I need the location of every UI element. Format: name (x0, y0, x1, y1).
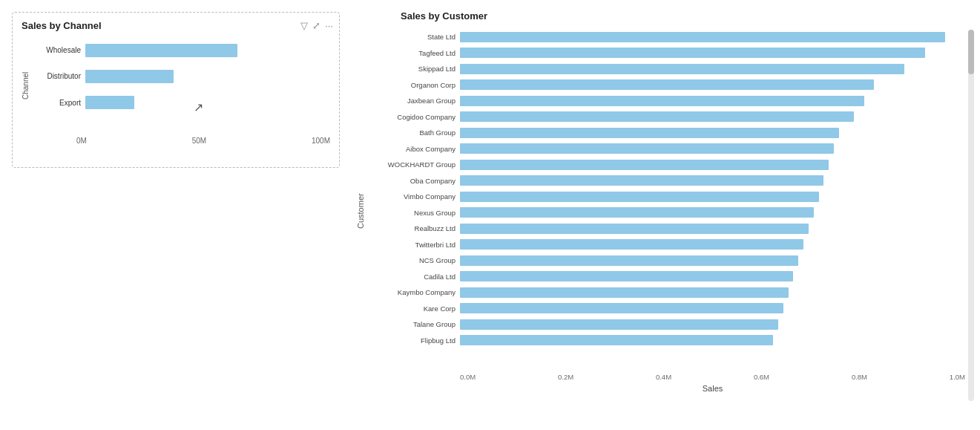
right-bar-fill (460, 64, 904, 74)
right-bar-container (460, 207, 965, 218)
more-icon[interactable]: ··· (325, 20, 333, 31)
right-bars-section: State LtdTagfeed LtdSkippad LtdOrganon C… (371, 29, 965, 393)
right-bar-container (460, 255, 965, 266)
left-bar-row: Wholesale (35, 41, 330, 60)
right-bar-container (460, 79, 965, 90)
right-bar-container (460, 335, 965, 345)
left-bar-container (85, 70, 330, 83)
right-bar-fill (460, 96, 864, 106)
left-x-tick: 50M (192, 137, 206, 145)
left-bar-fill (85, 70, 174, 83)
filter-icon[interactable]: ▽ (300, 20, 308, 31)
right-bar-label: Realbuzz Ltd (371, 224, 460, 232)
right-bar-label: Twitterbri Ltd (371, 241, 460, 249)
right-bar-label: Aibox Company (371, 145, 460, 153)
left-bar-fill (85, 96, 134, 109)
right-bar-label: Jaxbean Group (371, 97, 460, 105)
right-bar-container (460, 224, 965, 234)
right-bar-fill (460, 335, 773, 345)
right-bar-fill (460, 287, 789, 298)
left-bar-fill (85, 44, 237, 57)
right-x-tick: 0.8M (852, 373, 867, 381)
right-chart-area: Customer State LtdTagfeed LtdSkippad Ltd… (356, 29, 965, 393)
right-bar-fill (460, 79, 874, 90)
right-bar-fill (460, 207, 814, 218)
right-bar-row: Kare Corp (371, 301, 965, 316)
right-bar-container (460, 175, 965, 186)
right-bar-container (460, 143, 965, 154)
right-bar-container (460, 319, 965, 330)
right-bar-label: Cadila Ltd (371, 273, 460, 281)
right-x-tick: 0.4M (656, 373, 671, 381)
right-bar-row: Skippad Ltd (371, 62, 965, 76)
right-bar-label: Tagfeed Ltd (371, 49, 460, 57)
right-bar-container (460, 192, 965, 202)
right-bar-row: Talane Group (371, 317, 965, 332)
right-bar-fill (460, 239, 803, 250)
left-bar-row: Export (35, 93, 330, 112)
right-bar-fill (460, 48, 925, 58)
left-bar-container (85, 96, 330, 109)
right-bar-label: Bath Group (371, 128, 460, 137)
right-bar-container (460, 111, 965, 122)
right-bar-container (460, 128, 965, 138)
right-x-tick: 1.0M (950, 373, 965, 381)
right-bar-label: Cogidoo Company (371, 113, 460, 121)
left-bar-label: Distributor (35, 72, 85, 80)
right-bar-label: Oba Company (371, 177, 460, 185)
right-bar-row: Nexus Group (371, 205, 965, 220)
right-panel: Sales by Customer Customer State LtdTagf… (349, 0, 980, 430)
right-bar-fill (460, 192, 819, 202)
right-bar-container (460, 239, 965, 250)
left-bars-area: WholesaleDistributorExport (35, 37, 330, 134)
right-x-tick: 0.2M (558, 373, 573, 381)
right-bar-container (460, 160, 965, 170)
left-bar-label: Export (35, 99, 85, 107)
scrollbar[interactable] (968, 30, 974, 401)
left-chart-area: Channel WholesaleDistributorExport (22, 37, 330, 134)
right-bar-container (460, 64, 965, 74)
right-x-tick: 0.0M (460, 373, 476, 381)
right-bar-fill (460, 271, 793, 281)
right-bar-row: Cadila Ltd (371, 269, 965, 284)
right-bar-fill (460, 32, 945, 42)
right-bar-row: Flipbug Ltd (371, 333, 965, 348)
right-bar-fill (460, 111, 854, 122)
right-bar-container (460, 287, 965, 298)
right-bar-label: Flipbug Ltd (371, 336, 460, 345)
right-bar-label: NCS Group (371, 256, 460, 264)
right-bar-fill (460, 175, 823, 186)
left-chart-icons: ▽ ⤢ ··· (300, 20, 333, 31)
left-chart-title: Sales by Channel (22, 20, 330, 31)
right-bar-row: WOCKHARDT Group (371, 157, 965, 172)
right-x-tick: 0.6M (754, 373, 769, 381)
right-bar-label: Kare Corp (371, 304, 460, 313)
right-bar-row: Twitterbri Ltd (371, 237, 965, 252)
expand-icon[interactable]: ⤢ (312, 20, 320, 31)
left-bar-row: Distributor (35, 67, 330, 86)
right-bar-container (460, 271, 965, 281)
right-bar-row: Oba Company (371, 173, 965, 188)
right-bar-label: Skippad Ltd (371, 65, 460, 73)
right-x-axis-label: Sales (460, 384, 965, 393)
right-bar-fill (460, 224, 809, 234)
right-bar-container (460, 96, 965, 106)
right-bar-label: Kaymbo Company (371, 288, 460, 296)
right-bar-label: WOCKHARDT Group (371, 160, 460, 169)
right-x-ticks: 0.0M0.2M0.4M0.6M0.8M1.0M (460, 373, 965, 381)
right-bar-label: Vimbo Company (371, 192, 460, 201)
right-bar-label: Nexus Group (371, 209, 460, 217)
right-bar-fill (460, 160, 829, 170)
left-panel: Sales by Channel ▽ ⤢ ··· Channel Wholesa… (0, 0, 349, 430)
right-bar-container (460, 32, 965, 42)
right-bar-row: Vimbo Company (371, 189, 965, 204)
right-bars-rows: State LtdTagfeed LtdSkippad LtdOrganon C… (371, 29, 965, 371)
right-bar-container (460, 48, 965, 58)
left-x-tick: 0M (76, 137, 87, 145)
right-bar-row: Cogidoo Company (371, 109, 965, 124)
scrollbar-thumb[interactable] (968, 30, 974, 74)
left-bar-label: Wholesale (35, 46, 85, 54)
right-bar-row: NCS Group (371, 253, 965, 268)
right-bar-row: Jaxbean Group (371, 94, 965, 108)
right-bar-label: Talane Group (371, 320, 460, 328)
